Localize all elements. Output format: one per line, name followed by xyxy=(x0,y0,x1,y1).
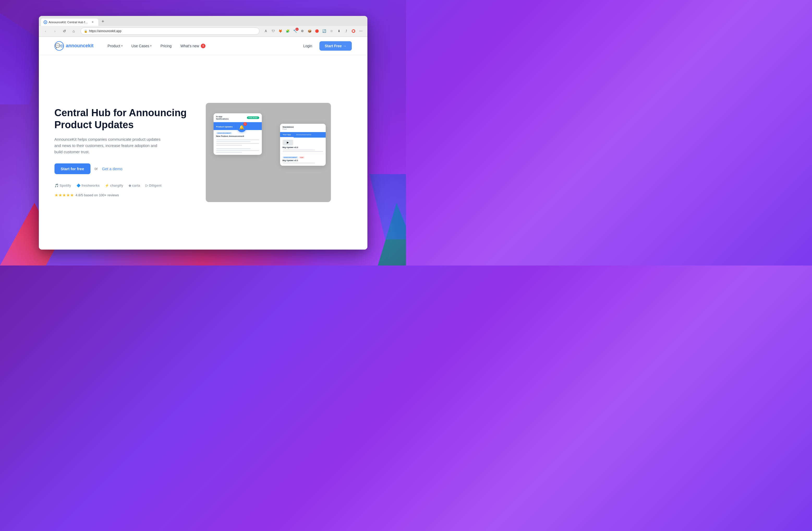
address-url: https://announcekit.app xyxy=(89,29,121,33)
active-tab[interactable]: AnnounceKit: Central Hub for... ✕ xyxy=(41,18,98,26)
star-icon[interactable]: ☆ xyxy=(328,28,335,34)
hero-right: In-appNotifications PUBLISHED 🔔 1 Produc… xyxy=(206,103,331,202)
announcement-title: New Feature Announcement xyxy=(216,135,259,137)
tab-favicon xyxy=(44,20,47,24)
trust-logos: 🎵 Spotify 🔷 freshworks ⚡ chargify ◆ cart… xyxy=(55,183,190,187)
item1-line-2 xyxy=(282,151,323,152)
trust-logo-diligent: ▷ Diligent xyxy=(145,183,162,187)
extension-badge: 3 xyxy=(295,28,299,31)
bell-badge: 1 xyxy=(243,122,247,126)
item2-title: Big Update v2.1 xyxy=(282,159,323,162)
published-badge: PUBLISHED xyxy=(247,116,259,119)
nav-right: Login Start Free → xyxy=(300,41,352,51)
announcements-tab[interactable]: Announcements xyxy=(294,132,314,138)
hero-section: Central Hub for Announcing Product Updat… xyxy=(39,55,367,250)
browser-toolbar: ‹ › ↺ ⌂ 🔒 https://announcekit.app A 🛡 🦊 … xyxy=(39,26,367,37)
bell-notification: 🔔 1 xyxy=(237,123,246,132)
carta-icon: ◆ xyxy=(129,183,131,187)
card-content: ANNOUNCEMENT New Feature Announcement xyxy=(214,130,262,155)
trust-logo-spotify: 🎵 Spotify xyxy=(55,183,71,187)
extension-1-icon[interactable]: 🧩 xyxy=(285,28,291,34)
trust-logo-freshworks: 🔷 freshworks xyxy=(76,183,100,187)
item1-thumbnail: ▶ xyxy=(282,140,293,145)
nav-login-button[interactable]: Login xyxy=(300,42,315,50)
content-line-7 xyxy=(216,152,242,153)
trust-logo-chargify: ⚡ chargify xyxy=(105,183,124,187)
item2-live-badge: Live xyxy=(299,156,304,158)
profile-circle-icon[interactable]: ⭕ xyxy=(350,28,357,34)
profile-icon[interactable]: 🦊 xyxy=(277,28,284,34)
nav-product[interactable]: Product ▾ xyxy=(104,42,126,50)
item1-title: Big Update v2.2 xyxy=(282,146,323,149)
update-icon[interactable]: 🔄 xyxy=(321,28,328,34)
tab-title: AnnounceKit: Central Hub for... xyxy=(49,20,89,24)
whats-new-badge: 4 xyxy=(201,44,205,48)
hero-cta: Start for free or Get a demo xyxy=(55,164,190,174)
hero-illustration: In-appNotifications PUBLISHED 🔔 1 Produc… xyxy=(206,103,331,202)
inapp-notifications-card: In-appNotifications PUBLISHED 🔔 1 Produc… xyxy=(214,113,262,155)
hero-description: AnnounceKit helps companies communicate … xyxy=(55,136,164,155)
hero-title: Central Hub for Announcing Product Updat… xyxy=(55,107,190,131)
logo-text: announcekit xyxy=(66,43,93,48)
translate-icon[interactable]: A xyxy=(263,28,270,34)
nav-links: Product ▾ Use Cases ▾ Pricing What's new… xyxy=(104,42,300,51)
standalone-item-1: ▶ Big Update v2.2 xyxy=(280,138,326,154)
trust-logo-carta: ◆ carta xyxy=(129,183,140,187)
logo-icon xyxy=(55,41,64,51)
bg-decoration-top-left xyxy=(0,13,42,104)
inapp-header-title: In-appNotifications xyxy=(216,115,229,120)
announcement-badge: ANNOUNCEMENT xyxy=(216,132,232,134)
item1-line-1 xyxy=(282,150,315,150)
your-app-tab[interactable]: Your App xyxy=(280,132,294,138)
rating: ★★★★★ 4.8/5 based on 100+ reviews xyxy=(55,193,190,198)
website-content: announcekit Product ▾ Use Cases ▾ Pricin… xyxy=(39,37,367,250)
browser-tabs: AnnounceKit: Central Hub for... ✕ + xyxy=(39,16,367,26)
site-logo[interactable]: announcekit xyxy=(55,41,93,51)
standalone-title: Standalone xyxy=(282,126,323,128)
extension-2-icon[interactable]: 🔧 3 xyxy=(292,28,299,34)
share-icon[interactable]: ⤴ xyxy=(343,28,350,34)
new-tab-button[interactable]: + xyxy=(99,18,107,25)
use-cases-chevron-icon: ▾ xyxy=(150,44,151,47)
menu-icon[interactable]: ⋯ xyxy=(358,28,364,34)
stars: ★★★★★ xyxy=(55,193,74,198)
nav-start-free-button[interactable]: Start Free → xyxy=(319,41,351,51)
back-button[interactable]: ‹ xyxy=(42,27,49,35)
svg-point-1 xyxy=(45,22,46,23)
reload-button[interactable]: ↺ xyxy=(61,27,68,35)
address-bar[interactable]: 🔒 https://announcekit.app xyxy=(81,27,259,35)
site-nav: announcekit Product ▾ Use Cases ▾ Pricin… xyxy=(39,37,367,55)
shield-icon[interactable]: 🛡 xyxy=(270,28,277,34)
address-lock-icon: 🔒 xyxy=(84,29,88,33)
standalone-top: Standalone Feed xyxy=(280,124,326,132)
freshworks-icon: 🔷 xyxy=(76,183,81,187)
standalone-item-2: ANNOUNCEMENT Live Big Update v2.1 xyxy=(280,154,326,166)
start-free-button[interactable]: Start for free xyxy=(55,164,90,174)
home-button[interactable]: ⌂ xyxy=(70,27,77,35)
content-line-3 xyxy=(216,143,259,144)
extension-5-icon[interactable]: 🔴 xyxy=(314,28,320,34)
extension-3-icon[interactable]: ⚙ xyxy=(299,28,306,34)
download-icon[interactable]: ⬇ xyxy=(336,28,343,34)
forward-button[interactable]: › xyxy=(52,27,59,35)
toolbar-icons: A 🛡 🦊 🧩 🔧 3 ⚙ 📦 🔴 🔄 ☆ ⬇ ⤴ ⭕ ⋯ xyxy=(263,28,364,34)
get-demo-link[interactable]: Get a demo xyxy=(102,167,122,171)
hero-left: Central Hub for Announcing Product Updat… xyxy=(55,107,190,197)
nav-pricing[interactable]: Pricing xyxy=(157,42,175,50)
product-chevron-icon: ▾ xyxy=(121,44,122,47)
rating-text: 4.8/5 based on 100+ reviews xyxy=(76,193,119,197)
item2-ann-badge: ANNOUNCEMENT xyxy=(282,156,298,158)
nav-whats-new[interactable]: What's new 4 xyxy=(177,42,209,51)
browser-chrome: AnnounceKit: Central Hub for... ✕ + ‹ › … xyxy=(39,16,367,37)
nav-use-cases[interactable]: Use Cases ▾ xyxy=(128,42,155,50)
chargify-icon: ⚡ xyxy=(105,183,109,187)
tab-close-button[interactable]: ✕ xyxy=(90,20,95,24)
content-line-1 xyxy=(216,139,259,140)
item2-badges: ANNOUNCEMENT Live xyxy=(282,156,323,158)
spotify-icon: 🎵 xyxy=(55,183,59,187)
extension-4-icon[interactable]: 📦 xyxy=(306,28,313,34)
content-line-2 xyxy=(216,141,250,142)
standalone-tabs: Your App Announcements xyxy=(280,132,326,138)
or-text: or xyxy=(95,167,98,171)
card-blue-title: Product Updates xyxy=(216,126,233,128)
